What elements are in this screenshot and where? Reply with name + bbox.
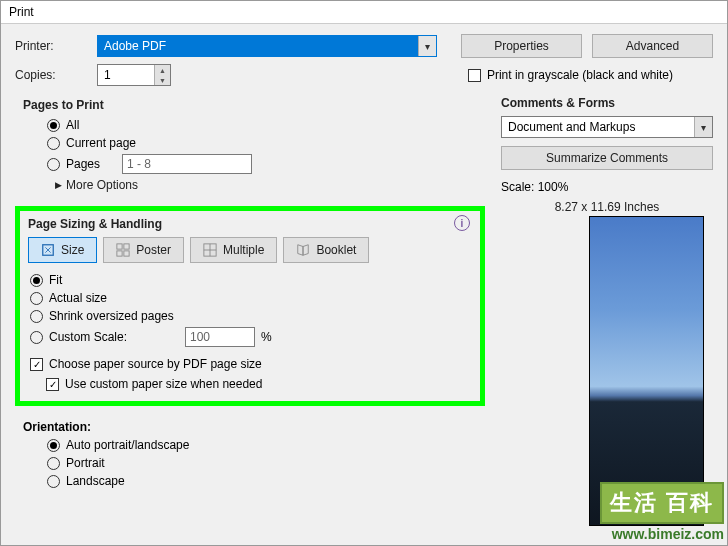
spinner-arrows[interactable]: ▲▼ [154,65,170,85]
radio-icon [47,475,60,488]
printer-label: Printer: [15,39,87,53]
tab-size[interactable]: Size [28,237,97,263]
chevron-down-icon: ▾ [418,36,436,56]
grayscale-checkbox[interactable] [468,69,481,82]
custom-scale-input[interactable]: 100 [185,327,255,347]
pages-range-input[interactable]: 1 - 8 [122,154,252,174]
triangle-right-icon: ▶ [55,180,62,190]
radio-icon [47,457,60,470]
watermark-cn: 生活 百科 [600,482,724,524]
printer-value: Adobe PDF [104,39,166,53]
printer-dropdown[interactable]: Adobe PDF ▾ [97,35,437,57]
window-title: Print [9,5,34,19]
radio-actual-size[interactable]: Actual size [30,291,472,305]
scale-text: Scale: 100% [501,180,713,194]
radio-custom-scale[interactable]: Custom Scale: 100 % [30,327,472,347]
copies-value: 1 [104,68,111,82]
radio-icon [47,158,60,171]
help-icon[interactable]: i [454,215,470,231]
radio-icon [30,274,43,287]
svg-rect-2 [124,244,129,249]
checkbox-checked-icon: ✓ [30,358,43,371]
radio-portrait[interactable]: Portrait [47,456,477,470]
comments-forms-dropdown[interactable]: Document and Markups ▾ [501,116,713,138]
print-preview [589,216,704,526]
more-options-toggle[interactable]: ▶ More Options [55,178,477,192]
use-custom-checkbox-row[interactable]: ✓ Use custom paper size when needed [46,377,472,391]
radio-landscape[interactable]: Landscape [47,474,477,488]
grayscale-label: Print in grayscale (black and white) [487,68,673,82]
preview-image [590,217,703,525]
checkbox-checked-icon: ✓ [46,378,59,391]
radio-pages[interactable]: Pages 1 - 8 [47,154,477,174]
radio-icon [47,137,60,150]
svg-rect-1 [117,244,122,249]
chevron-down-icon: ▾ [694,117,712,137]
comments-forms-title: Comments & Forms [501,96,713,110]
tab-multiple[interactable]: Multiple [190,237,277,263]
radio-icon [30,331,43,344]
radio-icon [47,119,60,132]
watermark: 生活 百科 www.bimeiz.com [600,482,724,542]
radio-shrink[interactable]: Shrink oversized pages [30,309,472,323]
pages-to-print-title: Pages to Print [23,98,477,112]
watermark-url: www.bimeiz.com [600,526,724,542]
properties-button[interactable]: Properties [461,34,582,58]
radio-icon [47,439,60,452]
svg-rect-3 [117,251,122,256]
title-bar: Print [1,1,727,24]
radio-fit[interactable]: Fit [30,273,472,287]
poster-icon [116,243,130,257]
orientation-title: Orientation: [23,420,477,434]
advanced-button[interactable]: Advanced [592,34,713,58]
summarize-comments-button[interactable]: Summarize Comments [501,146,713,170]
choose-paper-checkbox-row[interactable]: ✓ Choose paper source by PDF page size [30,357,472,371]
radio-icon [30,292,43,305]
booklet-icon [296,243,310,257]
pages-to-print-group: Pages to Print All Current page Pages 1 … [15,96,485,200]
svg-rect-4 [124,251,129,256]
orientation-group: Orientation: Auto portrait/landscape Por… [15,412,485,500]
tab-booklet[interactable]: Booklet [283,237,369,263]
page-sizing-title: Page Sizing & Handling [28,217,472,231]
dimensions-text: 8.27 x 11.69 Inches [501,200,713,214]
radio-icon [30,310,43,323]
radio-all[interactable]: All [47,118,477,132]
copies-label: Copies: [15,68,87,82]
copies-spinner[interactable]: 1 ▲▼ [97,64,171,86]
radio-auto-orient[interactable]: Auto portrait/landscape [47,438,477,452]
page-sizing-highlight: Page Sizing & Handling i Size Poster [15,206,485,406]
size-icon [41,243,55,257]
multiple-icon [203,243,217,257]
radio-current[interactable]: Current page [47,136,477,150]
tab-poster[interactable]: Poster [103,237,184,263]
grayscale-checkbox-row[interactable]: Print in grayscale (black and white) [468,68,673,82]
